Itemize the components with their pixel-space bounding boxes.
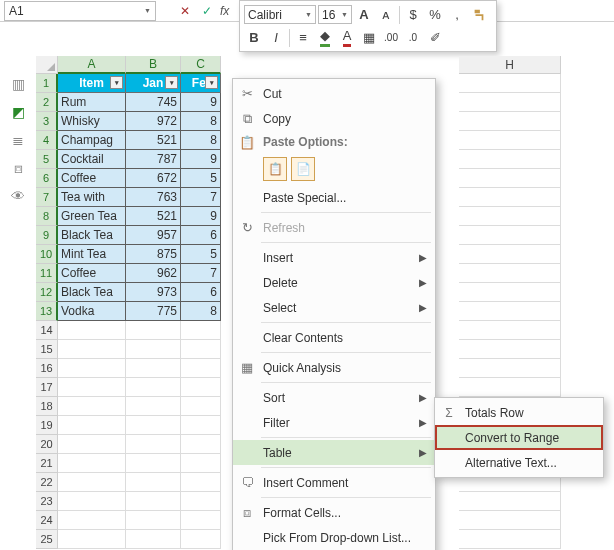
rowhdr-8[interactable]: 8 (36, 207, 58, 226)
cell[interactable] (459, 226, 561, 245)
cell[interactable]: Whisky (58, 112, 126, 131)
cell[interactable] (126, 378, 181, 397)
rowhdr-15[interactable]: 15 (36, 340, 58, 359)
cell[interactable] (181, 435, 221, 454)
cell[interactable] (126, 416, 181, 435)
cell[interactable] (126, 321, 181, 340)
cell[interactable] (459, 188, 561, 207)
cell[interactable]: 775 (126, 302, 181, 321)
cell[interactable] (459, 492, 561, 511)
cell[interactable] (181, 397, 221, 416)
cell[interactable] (181, 530, 221, 549)
cell[interactable] (181, 454, 221, 473)
percent-format-button[interactable]: % (425, 5, 445, 25)
enter-button[interactable]: ✓ (198, 2, 216, 20)
filter-button[interactable]: ▾ (165, 76, 178, 89)
borders-button[interactable]: ▦ (359, 28, 379, 48)
cell[interactable] (459, 530, 561, 549)
align-button[interactable]: ≡ (293, 28, 313, 48)
cell[interactable]: 8 (181, 131, 221, 150)
font-color-button[interactable]: A (337, 28, 357, 48)
ctx-delete[interactable]: Delete▶ (233, 270, 435, 295)
ctx-quick-analysis[interactable]: ▦Quick Analysis (233, 355, 435, 380)
cell[interactable]: 672 (126, 169, 181, 188)
cell[interactable]: Cocktail (58, 150, 126, 169)
rowhdr-21[interactable]: 21 (36, 454, 58, 473)
rowhdr-20[interactable]: 20 (36, 435, 58, 454)
grow-font-button[interactable]: A (354, 5, 374, 25)
rowhdr-9[interactable]: 9 (36, 226, 58, 245)
cell[interactable] (58, 492, 126, 511)
font-name-input[interactable]: Calibri▼ (244, 5, 316, 24)
cell[interactable]: 9 (181, 207, 221, 226)
cell[interactable] (459, 169, 561, 188)
colhdr-H[interactable]: H (459, 56, 561, 74)
cell[interactable]: Champag (58, 131, 126, 150)
accounting-format-button[interactable]: $ (403, 5, 423, 25)
cell[interactable] (459, 207, 561, 226)
rowhdr-2[interactable]: 2 (36, 93, 58, 112)
cell[interactable] (58, 473, 126, 492)
cell[interactable]: 972 (126, 112, 181, 131)
dropdown-icon[interactable]: ▼ (144, 7, 151, 14)
rowhdr-7[interactable]: 7 (36, 188, 58, 207)
cell[interactable] (459, 112, 561, 131)
shrink-font-button[interactable]: ᴀ (376, 5, 396, 25)
cell[interactable] (126, 492, 181, 511)
cell[interactable]: 763 (126, 188, 181, 207)
rowhdr-22[interactable]: 22 (36, 473, 58, 492)
rowhdr-11[interactable]: 11 (36, 264, 58, 283)
colhdr-A[interactable]: A (58, 56, 126, 74)
cell[interactable] (58, 340, 126, 359)
cell[interactable] (126, 397, 181, 416)
clear-format-button[interactable]: ✐ (425, 28, 445, 48)
paste-tile-2[interactable]: 📄 (291, 157, 315, 181)
cell[interactable] (58, 397, 126, 416)
rowhdr-16[interactable]: 16 (36, 359, 58, 378)
cell[interactable]: 521 (126, 207, 181, 226)
filter-button[interactable]: ▾ (110, 76, 123, 89)
cell[interactable]: Mint Tea (58, 245, 126, 264)
cell[interactable] (459, 245, 561, 264)
cell[interactable] (126, 530, 181, 549)
cell[interactable] (181, 473, 221, 492)
rowhdr-3[interactable]: 3 (36, 112, 58, 131)
cell[interactable]: 8 (181, 302, 221, 321)
italic-button[interactable]: I (266, 28, 286, 48)
colhdr-C[interactable]: C (181, 56, 221, 74)
rowhdr-14[interactable]: 14 (36, 321, 58, 340)
cell[interactable]: Coffee (58, 264, 126, 283)
cell[interactable] (459, 150, 561, 169)
chevron-down-icon[interactable]: ▼ (305, 11, 312, 18)
cell[interactable] (459, 302, 561, 321)
ctx-select[interactable]: Select▶ (233, 295, 435, 320)
name-box[interactable]: A1 ▼ (4, 1, 156, 21)
cell[interactable] (459, 321, 561, 340)
ctx-table[interactable]: Table▶ (233, 440, 435, 465)
cell[interactable]: Rum (58, 93, 126, 112)
increase-decimal-button[interactable]: .00 (381, 28, 401, 48)
cell[interactable] (459, 264, 561, 283)
rowhdr-23[interactable]: 23 (36, 492, 58, 511)
cell[interactable]: Jan▾ (126, 74, 181, 93)
cell[interactable]: 787 (126, 150, 181, 169)
ctx-insert-comment[interactable]: 🗨Insert Comment (233, 470, 435, 495)
select-all-corner[interactable] (36, 56, 58, 74)
cell[interactable] (126, 511, 181, 530)
fx-label[interactable]: fx (220, 4, 229, 18)
cell[interactable]: 5 (181, 245, 221, 264)
cell[interactable]: Green Tea (58, 207, 126, 226)
side-icon-2[interactable]: ◩ (10, 104, 26, 120)
filter-button[interactable]: ▾ (205, 76, 218, 89)
side-icon-find[interactable]: 👁 (10, 188, 26, 204)
cell[interactable]: 8 (181, 112, 221, 131)
cell[interactable] (58, 416, 126, 435)
rowhdr-1[interactable]: 1 (36, 74, 58, 93)
cell[interactable] (126, 340, 181, 359)
cell[interactable]: Fel▾ (181, 74, 221, 93)
cell[interactable] (181, 340, 221, 359)
cell[interactable]: 7 (181, 264, 221, 283)
rowhdr-4[interactable]: 4 (36, 131, 58, 150)
rowhdr-10[interactable]: 10 (36, 245, 58, 264)
ctx-format-cells[interactable]: ⧈Format Cells... (233, 500, 435, 525)
